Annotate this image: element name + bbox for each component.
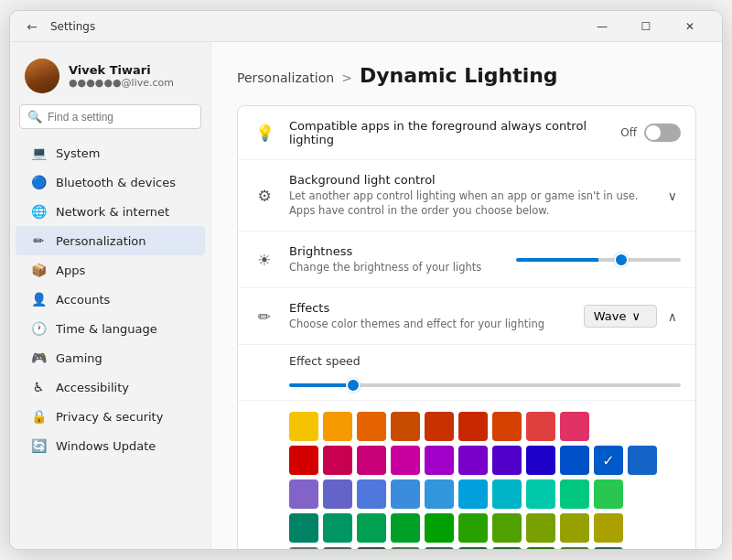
compatible-apps-label: Compatible apps in the foreground always…	[289, 119, 608, 146]
color-swatch[interactable]	[594, 513, 623, 543]
color-swatch[interactable]	[323, 547, 352, 549]
sidebar-item-accounts[interactable]: 👤 Accounts	[16, 285, 205, 314]
color-swatch[interactable]	[425, 479, 454, 509]
color-swatch[interactable]	[458, 513, 488, 543]
color-swatch[interactable]	[526, 446, 555, 475]
color-swatch[interactable]	[526, 479, 555, 509]
sidebar-item-system[interactable]: 💻 System	[16, 138, 205, 167]
nav-list: 💻 System 🔵 Bluetooth & devices 🌐 Network…	[10, 138, 210, 460]
brightness-icon: ☀️	[253, 248, 276, 272]
color-swatch[interactable]	[526, 412, 555, 441]
back-button[interactable]: ←	[21, 16, 43, 38]
sidebar-item-personalization[interactable]: ✏️ Personalization	[16, 226, 205, 255]
color-swatch[interactable]	[357, 479, 386, 509]
color-swatch[interactable]	[492, 479, 522, 509]
color-swatch[interactable]	[289, 479, 318, 509]
color-swatch[interactable]	[357, 547, 386, 549]
sidebar-item-apps[interactable]: 📦 Apps	[16, 255, 205, 285]
color-swatch[interactable]	[323, 513, 352, 543]
color-swatch[interactable]	[560, 412, 589, 441]
color-swatch[interactable]	[526, 513, 555, 543]
effects-expand-chevron[interactable]: ∧	[664, 307, 681, 326]
network-label: Network & internet	[56, 205, 169, 219]
color-row	[289, 513, 681, 543]
close-button[interactable]: ✕	[669, 11, 711, 42]
titlebar: ← Settings — ☐ ✕	[10, 11, 722, 42]
background-light-control: ∨	[664, 187, 681, 205]
window-content: Vivek Tiwari ●●●●●●@live.com 🔍 💻 System …	[10, 42, 722, 549]
sidebar-item-privacy[interactable]: 🔒 Privacy & security	[16, 402, 205, 431]
color-swatch[interactable]	[628, 446, 657, 475]
color-swatch[interactable]	[357, 412, 386, 441]
minimize-button[interactable]: —	[581, 11, 623, 42]
color-swatch[interactable]	[391, 513, 420, 543]
color-swatch[interactable]	[492, 547, 522, 549]
settings-card: 💡 Compatible apps in the foreground alwa…	[237, 105, 696, 549]
compatible-apps-row: 💡 Compatible apps in the foreground alwa…	[238, 106, 695, 160]
color-swatch[interactable]	[425, 446, 454, 475]
color-swatch[interactable]	[323, 446, 352, 475]
brightness-text: Brightness Change the brightness of your…	[289, 244, 503, 275]
titlebar-left: ← Settings	[21, 16, 95, 38]
color-swatch[interactable]	[289, 412, 318, 441]
background-light-chevron[interactable]: ∨	[664, 187, 681, 205]
compatible-apps-toggle[interactable]	[644, 124, 681, 142]
sidebar-item-network[interactable]: 🌐 Network & internet	[16, 197, 205, 226]
color-swatch[interactable]	[458, 479, 488, 509]
color-swatch[interactable]	[391, 412, 420, 441]
sidebar: Vivek Tiwari ●●●●●●@live.com 🔍 💻 System …	[10, 42, 211, 549]
color-swatch[interactable]	[289, 547, 318, 549]
color-swatch[interactable]	[560, 446, 589, 475]
brightness-slider[interactable]	[516, 258, 681, 262]
main-content: Personalization > Dynamic Lighting 💡 Com…	[211, 42, 722, 549]
search-box[interactable]: 🔍	[19, 104, 201, 129]
color-swatch[interactable]	[391, 446, 420, 475]
maximize-button[interactable]: ☐	[625, 11, 667, 42]
color-swatch[interactable]	[594, 446, 623, 475]
color-swatch[interactable]	[458, 547, 488, 549]
effects-dropdown[interactable]: Wave ∨	[584, 305, 657, 328]
color-swatch[interactable]	[357, 513, 386, 543]
color-swatch[interactable]	[391, 479, 420, 509]
sidebar-item-gaming[interactable]: 🎮 Gaming	[16, 343, 205, 372]
search-input[interactable]	[48, 111, 193, 124]
color-swatch[interactable]	[594, 547, 623, 549]
color-swatch[interactable]	[425, 412, 454, 441]
user-info: Vivek Tiwari ●●●●●●@live.com	[69, 63, 174, 89]
color-swatch[interactable]	[323, 412, 352, 441]
effects-text: Effects Choose color themes and effect f…	[289, 301, 571, 331]
color-swatch[interactable]	[289, 446, 318, 475]
color-swatch[interactable]	[526, 547, 555, 549]
time-label: Time & language	[56, 322, 157, 336]
sidebar-item-bluetooth[interactable]: 🔵 Bluetooth & devices	[16, 167, 205, 197]
color-swatch[interactable]	[560, 547, 589, 549]
color-swatch[interactable]	[560, 513, 589, 543]
color-swatch[interactable]	[391, 547, 420, 549]
sidebar-item-winupdate[interactable]: 🔄 Windows Update	[16, 431, 205, 460]
color-swatch[interactable]	[323, 479, 352, 509]
breadcrumb-separator: >	[341, 70, 352, 85]
user-section: Vivek Tiwari ●●●●●●@live.com	[10, 51, 210, 104]
color-row	[289, 412, 681, 441]
color-swatch[interactable]	[458, 446, 488, 475]
sidebar-item-accessibility[interactable]: ♿ Accessibility	[16, 372, 205, 402]
page-header: Personalization > Dynamic Lighting	[237, 64, 696, 87]
settings-window: ← Settings — ☐ ✕ Vivek Tiwari ●●●●●●@liv…	[9, 10, 723, 550]
color-swatch[interactable]	[458, 412, 488, 441]
color-swatch[interactable]	[594, 479, 623, 509]
brightness-row: ☀️ Brightness Change the brightness of y…	[238, 232, 695, 288]
color-swatch[interactable]	[425, 513, 454, 543]
color-swatch[interactable]	[492, 513, 522, 543]
effect-speed-slider[interactable]	[289, 383, 681, 387]
color-swatch[interactable]	[560, 479, 589, 509]
accounts-label: Accounts	[56, 293, 110, 307]
color-swatch[interactable]	[425, 547, 454, 549]
user-name: Vivek Tiwari	[69, 63, 174, 77]
color-swatch[interactable]	[289, 513, 318, 543]
effects-icon: ✏️	[253, 305, 276, 328]
color-swatch[interactable]	[357, 446, 386, 475]
color-swatch[interactable]	[492, 446, 522, 475]
compatible-apps-control: Off	[620, 124, 681, 142]
sidebar-item-time[interactable]: 🕐 Time & language	[16, 314, 205, 343]
color-swatch[interactable]	[492, 412, 522, 441]
